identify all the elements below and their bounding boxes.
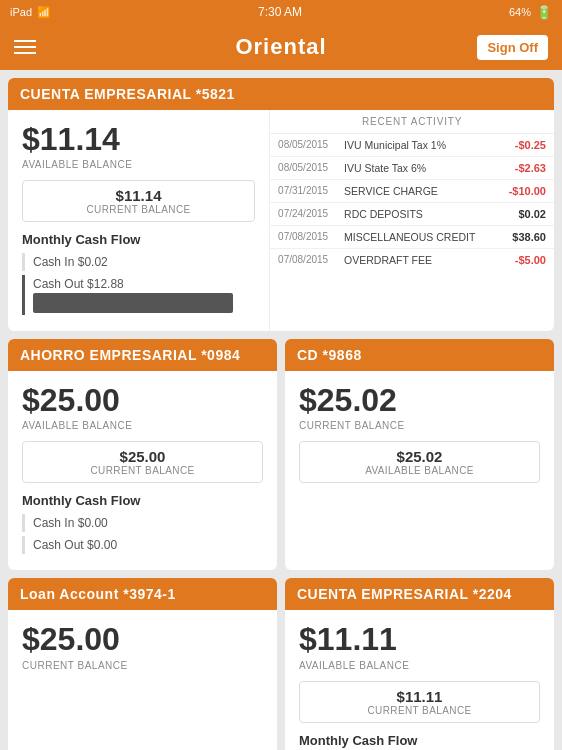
app-title: Oriental <box>235 34 326 60</box>
account-header-5821: CUENTA EMPRESARIAL *5821 <box>8 78 554 110</box>
status-bar: iPad 📶 7:30 AM 64% 🔋 <box>0 0 562 24</box>
table-row: 07/08/2015 MISCELLANEOUS CREDIT $38.60 <box>270 226 554 249</box>
cash-in-5821: Cash In $0.02 <box>22 253 255 271</box>
cash-out-bar-5821 <box>33 293 233 313</box>
middle-row: AHORRO EMPRESARIAL *0984 $25.00 AVAILABL… <box>8 339 554 570</box>
current-balance-box-0984: $25.00 CURRENT BALANCE <box>22 441 263 483</box>
cash-out-5821: Cash Out $12.88 <box>22 275 255 315</box>
cash-flow-title-2204: Monthly Cash Flow <box>299 733 540 748</box>
account-left-5821: $11.14 AVAILABLE BALANCE $11.14 CURRENT … <box>8 110 270 331</box>
available-balance-amount-2204: $11.11 <box>299 622 540 657</box>
bottom-row: Loan Account *3974-1 $25.00 CURRENT BALA… <box>8 578 554 750</box>
device-label: iPad <box>10 6 32 18</box>
current-balance-label-2204: CURRENT BALANCE <box>310 705 529 716</box>
current-balance-label-3974: CURRENT BALANCE <box>22 660 263 671</box>
available-balance-label-9868: AVAILABLE BALANCE <box>310 465 529 476</box>
recent-activity-5821: RECENT ACTIVITY 08/05/2015 IVU Municipal… <box>270 110 554 331</box>
recent-activity-header: RECENT ACTIVITY <box>270 110 554 134</box>
available-balance-amount-5821: $11.14 <box>22 122 255 157</box>
account-body-5821: $11.14 AVAILABLE BALANCE $11.14 CURRENT … <box>8 110 554 331</box>
available-balance-label-0984: AVAILABLE BALANCE <box>22 420 263 431</box>
current-balance-amount-3974: $25.00 <box>22 622 263 657</box>
account-card-3974: Loan Account *3974-1 $25.00 CURRENT BALA… <box>8 578 277 750</box>
account-header-0984: AHORRO EMPRESARIAL *0984 <box>8 339 277 371</box>
current-balance-label-0984: CURRENT BALANCE <box>33 465 252 476</box>
table-row: 07/31/2015 SERVICE CHARGE -$10.00 <box>270 180 554 203</box>
table-row: 07/24/2015 RDC DEPOSITS $0.02 <box>270 203 554 226</box>
cash-out-0984: Cash Out $0.00 <box>22 536 263 554</box>
table-row: 08/05/2015 IVU State Tax 6% -$2.63 <box>270 157 554 180</box>
current-balance-label-9868: CURRENT BALANCE <box>299 420 540 431</box>
account-card-2204: CUENTA EMPRESARIAL *2204 $11.11 AVAILABL… <box>285 578 554 750</box>
account-body-0984: $25.00 AVAILABLE BALANCE $25.00 CURRENT … <box>8 371 277 570</box>
transaction-list-5821: 08/05/2015 IVU Municipal Tax 1% -$0.25 0… <box>270 134 554 271</box>
cash-flow-2204: Monthly Cash Flow <box>299 733 540 748</box>
menu-button[interactable] <box>14 40 36 54</box>
available-balance-label-5821: AVAILABLE BALANCE <box>22 159 255 170</box>
current-balance-amount-0984: $25.00 <box>33 448 252 465</box>
current-balance-label-5821: CURRENT BALANCE <box>33 204 244 215</box>
cash-in-0984: Cash In $0.00 <box>22 514 263 532</box>
account-header-9868: CD *9868 <box>285 339 554 371</box>
account-body-9868: $25.02 CURRENT BALANCE $25.02 AVAILABLE … <box>285 371 554 505</box>
available-balance-amount-9868: $25.02 <box>310 448 529 465</box>
cash-flow-title-0984: Monthly Cash Flow <box>22 493 263 508</box>
current-balance-box-2204: $11.11 CURRENT BALANCE <box>299 681 540 723</box>
wifi-icon: 📶 <box>37 6 51 19</box>
cash-flow-0984: Monthly Cash Flow Cash In $0.00 Cash Out… <box>22 493 263 554</box>
cash-flow-title-5821: Monthly Cash Flow <box>22 232 255 247</box>
account-card-9868: CD *9868 $25.02 CURRENT BALANCE $25.02 A… <box>285 339 554 570</box>
current-balance-amount-2204: $11.11 <box>310 688 529 705</box>
account-header-3974: Loan Account *3974-1 <box>8 578 277 610</box>
available-balance-amount-0984: $25.00 <box>22 383 263 418</box>
available-balance-label-2204: AVAILABLE BALANCE <box>299 660 540 671</box>
account-card-0984: AHORRO EMPRESARIAL *0984 $25.00 AVAILABL… <box>8 339 277 570</box>
current-balance-box-5821: $11.14 CURRENT BALANCE <box>22 180 255 222</box>
status-time: 7:30 AM <box>258 5 302 19</box>
account-body-3974: $25.00 CURRENT BALANCE <box>8 610 277 682</box>
table-row: 08/05/2015 IVU Municipal Tax 1% -$0.25 <box>270 134 554 157</box>
sign-off-button[interactable]: Sign Off <box>477 35 548 60</box>
main-content: CUENTA EMPRESARIAL *5821 $11.14 AVAILABL… <box>0 70 562 750</box>
table-row: 07/08/2015 OVERDRAFT FEE -$5.00 <box>270 249 554 271</box>
battery-icon: 🔋 <box>536 5 552 20</box>
app-header: Oriental Sign Off <box>0 24 562 70</box>
account-body-2204: $11.11 AVAILABLE BALANCE $11.11 CURRENT … <box>285 610 554 750</box>
status-right: 64% 🔋 <box>509 5 552 20</box>
current-balance-amount-9868: $25.02 <box>299 383 540 418</box>
account-header-2204: CUENTA EMPRESARIAL *2204 <box>285 578 554 610</box>
battery-percent: 64% <box>509 6 531 18</box>
status-left: iPad 📶 <box>10 6 51 19</box>
current-balance-amount-5821: $11.14 <box>33 187 244 204</box>
cash-flow-5821: Monthly Cash Flow Cash In $0.02 Cash Out… <box>22 232 255 315</box>
account-card-5821: CUENTA EMPRESARIAL *5821 $11.14 AVAILABL… <box>8 78 554 331</box>
available-balance-box-9868: $25.02 AVAILABLE BALANCE <box>299 441 540 483</box>
